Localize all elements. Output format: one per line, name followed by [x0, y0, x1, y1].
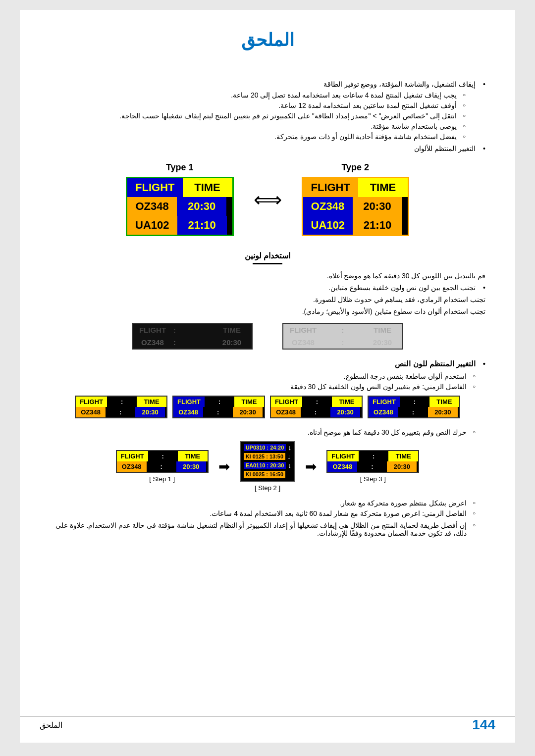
- s2-row3: EA0110 : 20:30 ↓: [244, 461, 292, 469]
- s2-r3-text: EA0110 : 20:30: [244, 462, 286, 469]
- mb-colon1: :: [205, 397, 234, 407]
- four-boards-row: FLIGHT : TIME OZ348 : 20:30 FLIGHT : TIM…: [50, 396, 485, 418]
- page-container: الملحق إيقاف التشغيل، والشاشة المؤقتة، و…: [20, 10, 515, 743]
- ma-colon1: :: [107, 397, 137, 407]
- type2-oz348: OZ348: [303, 197, 353, 216]
- page-title: الملحق: [50, 30, 485, 50]
- bb2-oz348: OZ348: [283, 336, 323, 349]
- type1-block: Type 1 FLIGHT TIME OZ348 20:30 UA102 21:…: [126, 162, 233, 236]
- s1-colon2: :: [147, 461, 176, 472]
- mc-flight: FLIGHT: [271, 397, 302, 407]
- mb-time: TIME: [234, 397, 264, 407]
- md-colon1: :: [400, 397, 429, 407]
- steps-section: FLIGHT : TIME OZ348 : 20:30 [ Step 1 ] ➡…: [50, 441, 485, 492]
- mc-time: TIME: [332, 397, 362, 407]
- s1-oz348: OZ348: [117, 461, 147, 472]
- type2-row1: OZ348 20:30: [303, 197, 408, 216]
- type2-time1: 20:30: [353, 197, 402, 216]
- sub-item-5: يفضل استخدام شاشة مؤقتة أحادية اللون أو …: [50, 133, 466, 141]
- step1-label: [ Step 1 ]: [116, 475, 209, 483]
- s1-time1: 20:30: [176, 461, 206, 472]
- s2-row1: UP0310 : 24:20 ↓: [244, 444, 292, 452]
- cc-sub2: الفاصل الزمني: قم بتغيير لون النص ولون ا…: [50, 383, 476, 391]
- bb1-flight: FLIGHT: [133, 324, 172, 336]
- type1-time1: 20:30: [177, 197, 226, 216]
- step3-label: [ Step 3 ]: [326, 475, 419, 483]
- mb-flight: FLIGHT: [173, 397, 205, 407]
- md-flight: FLIGHT: [369, 397, 400, 407]
- mb-oz348: OZ348: [173, 407, 203, 417]
- title-underline: [253, 263, 282, 264]
- s1-colon1: :: [148, 451, 178, 461]
- bad-examples: FLIGHT : TIME OZ348 : 20:30 FLIGHT : TIM…: [50, 323, 485, 350]
- type1-flight-header: FLIGHT: [127, 178, 182, 197]
- color-change-heading: التغيير المنتظم للون النص: [50, 359, 485, 368]
- type-comparison: Type 1 FLIGHT TIME OZ348 20:30 UA102 21:…: [50, 162, 485, 236]
- mc-oz348: OZ348: [271, 407, 301, 417]
- s2-r2-text: KI 0125 : 13:50: [244, 453, 285, 460]
- bb1-oz348: OZ348: [133, 336, 172, 349]
- ma-flight: FLIGHT: [76, 397, 107, 407]
- step1-board: FLIGHT : TIME OZ348 : 20:30: [116, 450, 209, 473]
- s3-time1: 20:30: [387, 461, 417, 472]
- step1-block: FLIGHT : TIME OZ348 : 20:30 [ Step 1 ]: [116, 450, 209, 483]
- type2-block: Type 2 FLIGHT TIME OZ348 20:30 UA102 21:…: [302, 162, 409, 236]
- s2-r3-arrow: ↓: [288, 461, 291, 469]
- s2-row2: KI 0125 : 13:50 ↓: [244, 453, 292, 460]
- warranty-sub: إن أفضل طريقة لحماية المنتج من الظلال هي…: [50, 521, 476, 537]
- two-colors-p1: قم بالتبديل بين اللونين كل 30 دقيقة كما …: [50, 272, 485, 280]
- type1-row2: UA102 21:10: [127, 216, 232, 235]
- mc-colon1: :: [302, 397, 332, 407]
- footer-num-colored: 144: [472, 717, 495, 732]
- type1-row1: OZ348 20:30: [127, 197, 232, 216]
- sub-item-4: يوصى باستخدام شاشة مؤقتة.: [50, 122, 466, 130]
- moving-image-sub1: اعرض بشكل منتظم صورة متحركة مع شعار.: [50, 499, 476, 507]
- md-oz348: OZ348: [369, 407, 398, 417]
- footer-page-number: 144: [472, 717, 495, 733]
- mb-time1: 20:30: [233, 407, 263, 417]
- s1-time: TIME: [178, 451, 208, 461]
- two-colors-p4: تجنب استخدام ألوان ذات سطوع متباين (الأس…: [50, 307, 485, 315]
- mc-colon2: :: [301, 407, 330, 417]
- step2-block: UP0310 : 24:20 ↓ KI 0125 : 13:50 ↓ EA011…: [240, 441, 296, 492]
- type1-time-header: TIME: [183, 178, 232, 197]
- two-colors-p3: تجنب استخدام الرمادي، فقد يساهم في حدوث …: [50, 296, 485, 303]
- s3-flight: FLIGHT: [327, 451, 359, 461]
- bb1-colon1: :: [172, 324, 212, 336]
- type2-time-header: TIME: [358, 178, 408, 197]
- bullet-item-2: التغيير المنتظم للألوان: [50, 145, 485, 152]
- step-arrow-2: ➡: [305, 458, 317, 475]
- bullet-item-1: إيقاف التشغيل، والشاشة المؤقتة، ووضع توف…: [50, 80, 485, 141]
- mb-colon2: :: [203, 407, 233, 417]
- main-bullet-list: إيقاف التشغيل، والشاشة المؤقتة، ووضع توف…: [50, 80, 485, 152]
- type1-oz348: OZ348: [127, 197, 177, 216]
- bb2-colon1: :: [323, 324, 363, 336]
- warranty-list: إن أفضل طريقة لحماية المنتج من الظلال هي…: [50, 521, 476, 537]
- ma-oz348: OZ348: [76, 407, 106, 417]
- ma-time: TIME: [137, 397, 166, 407]
- bb1-colon2: :: [172, 336, 212, 349]
- type2-flight-header: FLIGHT: [303, 178, 358, 197]
- footer-label: الملحق: [40, 720, 62, 730]
- s3-colon1: :: [359, 451, 388, 461]
- step3-block: FLIGHT : TIME OZ348 : 20:30 [ Step 3 ]: [326, 450, 419, 483]
- step2-board: UP0310 : 24:20 ↓ KI 0125 : 13:50 ↓ EA011…: [240, 441, 296, 482]
- cc-sub3-list: حرك النص وقم بتغييره كل 30 دقيقة كما هو …: [50, 428, 476, 436]
- s2-r1-arrow: ↓: [288, 444, 291, 452]
- bb1-time1: 20:30: [212, 336, 252, 349]
- type2-row2: UA102 21:10: [303, 216, 408, 235]
- s3-oz348: OZ348: [327, 461, 357, 472]
- bad-board-1: FLIGHT : TIME OZ348 : 20:30: [132, 323, 253, 350]
- s3-colon2: :: [357, 461, 387, 472]
- bb2-time: TIME: [363, 324, 402, 336]
- type1-label: Type 1: [126, 162, 233, 173]
- mini-board-c: FLIGHT : TIME OZ348 : 20:30: [270, 396, 363, 418]
- mini-board-b: FLIGHT : TIME OZ348 : 20:30: [172, 396, 265, 418]
- sub-item-3: انتقل إلى "خصائص العرض" > "مصدر إمداد ال…: [50, 112, 466, 120]
- type1-time2: 21:10: [177, 216, 227, 235]
- bb2-time1: 20:30: [363, 336, 402, 349]
- s2-r2-arrow: ↓: [287, 453, 291, 460]
- mc-time1: 20:30: [330, 407, 360, 417]
- sub-list-1: يجب إيقاف تشغيل المنتج لمدة 4 ساعات بعد …: [50, 91, 466, 141]
- bb1-time: TIME: [212, 324, 252, 336]
